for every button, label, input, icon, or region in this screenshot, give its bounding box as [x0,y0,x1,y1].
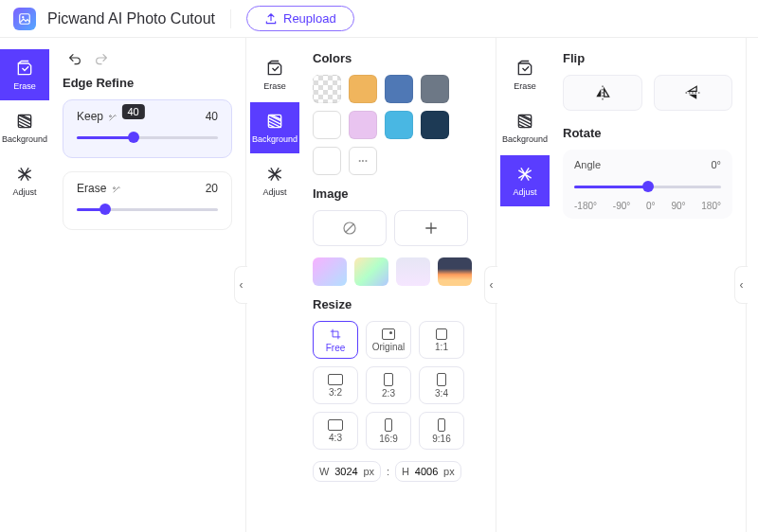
tab-erase-label: Erase [263,81,286,91]
none-icon [341,220,358,237]
tab-adjust-label: Adjust [262,187,286,197]
resize-free[interactable]: Free [313,321,358,359]
keep-tooltip: 40 [121,104,144,119]
edge-refine-heading: Edge Refine [63,76,232,90]
flip-horizontal-button[interactable] [563,75,642,111]
tool-tabs: Erase Background Adjust [500,38,550,532]
tab-background-label: Background [252,134,298,144]
plus-icon [423,220,440,237]
crop-icon [329,328,342,341]
resize-label: Original [372,342,405,352]
resize-label: 1:1 [435,342,448,352]
resize-4-3[interactable]: 4:3 [313,412,358,450]
image-preset[interactable] [396,257,430,286]
erase-slider[interactable] [77,203,218,216]
tab-adjust[interactable]: Adjust [250,155,299,206]
tab-adjust-label: Adjust [513,187,536,197]
keep-label: Keep [77,110,117,123]
image-preset[interactable] [313,257,347,286]
more-colors[interactable]: ··· [349,147,377,175]
resize-heading: Resize [313,297,482,311]
background-panel: Colors ··· Image Resize Free Ori [299,38,496,532]
image-add[interactable] [394,210,468,246]
angle-value: 0° [711,159,721,170]
image-heading: Image [313,186,482,201]
resize-label: 3:4 [435,388,448,399]
resize-1-1[interactable]: 1:1 [419,321,464,359]
color-swatch[interactable] [349,111,377,139]
width-input[interactable]: W3024px [313,461,381,482]
tab-background[interactable]: Background [500,102,550,153]
svg-point-1 [22,16,24,18]
tab-background-label: Background [2,134,47,144]
dimension-row: W3024px : H4006px [313,461,482,482]
image-icon [18,12,31,26]
reupload-label: Reupload [283,11,336,26]
resize-16-9[interactable]: 16:9 [366,412,411,450]
tab-adjust[interactable]: Adjust [0,155,49,206]
color-swatch[interactable] [421,75,449,103]
color-swatch[interactable] [349,75,377,103]
tool-tabs: Erase Background Adjust [250,38,299,532]
resize-3-4[interactable]: 3:4 [419,366,464,404]
dim-sep: : [387,466,389,477]
height-input[interactable]: H4006px [395,461,461,482]
tab-background[interactable]: Background [0,102,49,153]
tab-adjust[interactable]: Adjust [500,155,550,206]
keep-slider-card: Keep 40 40 [63,99,232,158]
reupload-button[interactable]: Reupload [246,6,354,31]
flip-horizontal-icon [593,83,612,102]
color-swatch[interactable] [313,111,341,139]
resize-label: 9:16 [432,434,450,444]
ratio-icon [436,328,447,340]
ratio-icon [385,418,392,432]
resize-label: 4:3 [329,433,342,443]
color-transparent[interactable] [313,75,341,103]
background-icon [15,112,34,131]
color-swatch[interactable] [313,147,341,175]
tab-erase-label: Erase [13,81,36,91]
tab-background[interactable]: Background [250,102,299,153]
collapse-panel[interactable]: ‹ [234,266,247,304]
adjust-panel: Flip Rotate Angle 0° -180° -90° 0° 90° 1… [550,38,747,532]
tab-erase-label: Erase [514,81,536,91]
flip-heading: Flip [563,51,732,65]
resize-2-3[interactable]: 2:3 [366,366,411,404]
angle-ticks: -180° -90° 0° 90° 180° [574,201,721,211]
erase-icon [515,59,534,78]
image-preset[interactable] [354,257,388,286]
collapse-panel[interactable]: ‹ [734,266,748,304]
color-swatch[interactable] [385,111,413,139]
redo-button[interactable] [93,51,110,68]
app-title: Picwand AI Photo Cutout [47,10,215,27]
resize-label: 16:9 [379,434,397,444]
resize-label: 2:3 [382,388,395,399]
adjust-icon [15,165,34,184]
angle-slider[interactable] [574,180,721,193]
ratio-icon [328,374,343,385]
tab-erase[interactable]: Erase [0,49,49,100]
tab-erase[interactable]: Erase [250,49,299,100]
resize-3-2[interactable]: 3:2 [313,366,358,404]
erase-icon [15,59,34,78]
tab-erase[interactable]: Erase [500,49,550,100]
image-none[interactable] [313,210,387,246]
resize-9-16[interactable]: 9:16 [419,412,464,450]
rotate-heading: Rotate [563,126,732,140]
ratio-icon [384,373,393,386]
color-swatches: ··· [313,75,482,175]
image-icon [382,328,395,340]
color-swatch[interactable] [421,111,449,139]
collapse-panel[interactable]: ‹ [484,266,497,304]
erase-value: 20 [206,182,218,195]
separator [230,9,231,28]
angle-label: Angle [574,159,601,170]
keep-slider[interactable]: 40 [77,131,218,144]
color-swatch[interactable] [385,75,413,103]
flip-vertical-button[interactable] [654,75,733,111]
colors-heading: Colors [313,51,482,65]
image-preset[interactable] [438,257,472,286]
resize-label: 3:2 [329,387,342,398]
undo-button[interactable] [66,51,83,68]
resize-original[interactable]: Original [366,321,411,359]
